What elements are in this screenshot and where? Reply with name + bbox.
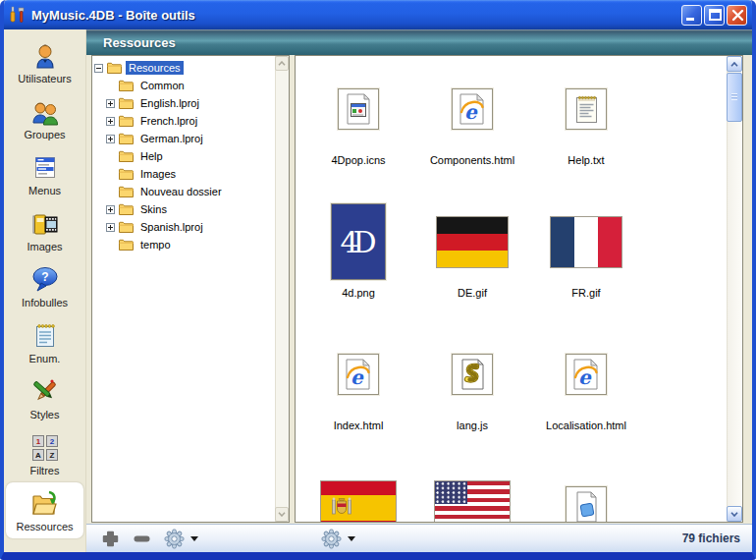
sidebar-item-label: Enum.	[29, 353, 61, 364]
tree-item-tempo[interactable]: tempo	[106, 236, 273, 253]
folder-tree-panel: ResourcesCommonEnglish.lprojFrench.lproj…	[91, 55, 290, 523]
files-grid: 4Dpop.icnseComponents.htmlHelp.txt4D4d.p…	[297, 58, 725, 522]
close-button[interactable]	[727, 5, 747, 26]
germany-flag-thumbnail	[436, 199, 509, 284]
tree-item-label: Nouveau dossier	[137, 185, 225, 198]
file-item-de-gif[interactable]: DE.gif	[415, 191, 529, 323]
bottom-toolbar: 79 fichiers	[86, 524, 752, 552]
sidebar-item-label: Groupes	[24, 129, 65, 140]
dropdown-arrow-icon	[348, 536, 355, 541]
file-item-4dpop-icns[interactable]: 4Dpop.icns	[301, 58, 415, 191]
action-menu-button[interactable]	[164, 529, 198, 549]
folder-icon	[119, 168, 134, 180]
svg-text:?: ?	[41, 270, 48, 284]
sidebar-item-label: Filtres	[30, 465, 60, 476]
dropdown-arrow-icon	[190, 536, 198, 541]
tree-item-label: Resources	[126, 61, 184, 75]
tree-item-help[interactable]: Help	[106, 147, 273, 165]
sidebar-item-styles[interactable]: Styles	[4, 370, 85, 426]
folder-icon	[107, 62, 122, 74]
window-title: MyMusic.4DB - Boîte outils	[31, 8, 681, 23]
scroll-thumb[interactable]	[727, 73, 742, 122]
scroll-down-button[interactable]	[727, 506, 742, 522]
file-item-localisation-html[interactable]: eLocalisation.html	[529, 323, 643, 456]
tree-scroll-up-button[interactable]	[275, 56, 289, 71]
tree-item-french-lproj[interactable]: French.lproj	[106, 112, 273, 130]
tree-item-label: Help	[137, 149, 166, 163]
expand-plus-box[interactable]	[106, 117, 115, 126]
remove-button[interactable]	[133, 530, 151, 548]
svg-text:e: e	[351, 365, 364, 389]
expand-plus-box[interactable]	[106, 99, 115, 108]
file-item[interactable]	[529, 456, 643, 522]
tree-item-nouveau-dossier[interactable]: Nouveau dossier	[106, 183, 273, 200]
expand-plus-box[interactable]	[106, 205, 115, 214]
add-button[interactable]	[101, 530, 120, 548]
tree-item-spanish-lproj[interactable]: Spanish.lproj	[106, 218, 273, 236]
titlebar[interactable]: MyMusic.4DB - Boîte outils	[4, 0, 752, 29]
tree-item-label: English.lproj	[137, 96, 202, 110]
filters-icon: 12AZ	[30, 432, 60, 464]
sidebar-item-filtres[interactable]: 12AZFiltres	[4, 426, 85, 482]
toolbox-icon	[9, 6, 27, 24]
sidebar-item-images[interactable]: Images	[4, 202, 85, 258]
tree-item-common[interactable]: Common	[106, 77, 273, 94]
tree-scroll-down-button[interactable]	[275, 507, 289, 522]
tree-item-english-lproj[interactable]: English.lproj	[106, 94, 273, 112]
file-label: lang.js	[457, 420, 488, 431]
file-label: 4d.png	[342, 287, 375, 299]
tree-item-german-lproj[interactable]: German.lproj	[106, 130, 273, 147]
sidebar-item-menus[interactable]: Menus	[4, 146, 85, 202]
folder-icon	[119, 221, 134, 233]
sidebar-item-ressources[interactable]: Ressources	[6, 482, 83, 538]
file-item-4d-png[interactable]: 4D4d.png	[301, 191, 415, 323]
collapse-minus-box[interactable]	[94, 64, 103, 73]
icns-file-icon	[338, 67, 379, 151]
svg-text:A: A	[35, 451, 41, 460]
expand-plus-box[interactable]	[106, 223, 115, 232]
minimize-button[interactable]	[681, 5, 702, 26]
france-flag-thumbnail	[550, 199, 622, 284]
sidebar-item-label: Menus	[28, 185, 61, 196]
folder-icon	[119, 133, 134, 144]
tree-item-label: Images	[137, 167, 179, 181]
scroll-up-button[interactable]	[727, 56, 742, 72]
options-menu-button[interactable]	[321, 529, 355, 549]
4d-logo-thumbnail: 4D	[331, 199, 386, 284]
folder-icon	[119, 186, 134, 197]
expand-plus-box[interactable]	[106, 135, 115, 143]
gear-icon	[164, 529, 185, 549]
sidebar-item-groupes[interactable]: Groupes	[4, 90, 85, 146]
main-area: Ressources ResourcesCommonEnglish.lprojF…	[86, 29, 752, 552]
tree-item-skins[interactable]: Skins	[106, 200, 273, 218]
file-item[interactable]	[301, 456, 415, 522]
text-file-icon	[566, 67, 607, 151]
file-item-help-txt[interactable]: Help.txt	[529, 58, 643, 191]
file-label: Localisation.html	[546, 420, 626, 431]
sidebar-item-enum[interactable]: Enum.	[4, 314, 85, 370]
svg-text:Z: Z	[49, 451, 54, 460]
gear-icon	[321, 529, 342, 549]
file-item-components-html[interactable]: eComponents.html	[415, 58, 529, 191]
tree-item-label: Skins	[137, 202, 170, 216]
generic-file-icon	[566, 465, 607, 522]
panel-header: Ressources	[86, 29, 752, 55]
folder-icon	[119, 203, 134, 215]
tree-item-images[interactable]: Images	[106, 165, 273, 183]
folder-icon	[119, 115, 134, 127]
spain-flag-thumbnail	[320, 465, 397, 522]
sidebar-item-infobulles[interactable]: ?Infobulles	[4, 258, 85, 314]
tree-item-resources[interactable]: Resources	[94, 59, 273, 77]
tree-scrollbar[interactable]	[275, 56, 289, 522]
html-file-icon: e	[338, 332, 379, 417]
file-item-fr-gif[interactable]: FR.gif	[529, 191, 643, 323]
us-flag-thumbnail	[434, 465, 511, 522]
file-item-lang-js[interactable]: lang.js	[415, 323, 529, 456]
files-scrollbar[interactable]	[727, 56, 742, 522]
resources-folder-icon	[30, 488, 60, 520]
maximize-button[interactable]	[704, 5, 725, 26]
sidebar-item-utilisateurs[interactable]: Utilisateurs	[4, 34, 85, 90]
file-item[interactable]	[415, 456, 529, 522]
file-item-index-html[interactable]: eIndex.html	[301, 323, 415, 456]
folder-icon	[119, 150, 134, 162]
